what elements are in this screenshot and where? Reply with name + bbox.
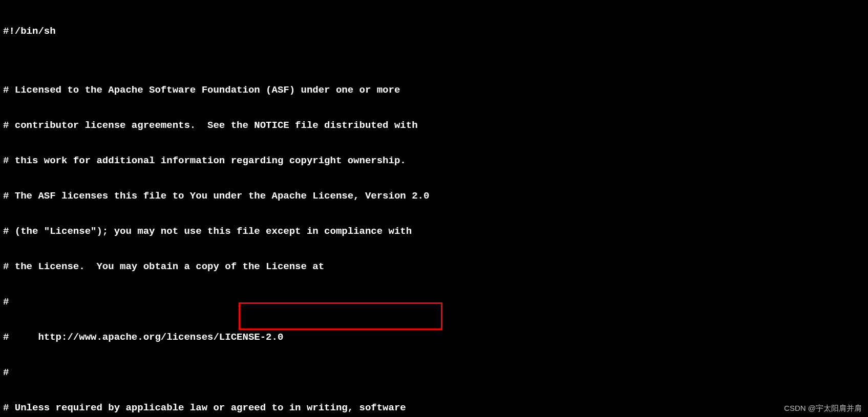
watermark-text: CSDN @宇太阳肩并肩 [784, 402, 862, 414]
code-line: # [3, 367, 865, 379]
code-line: # Unless required by applicable law or a… [3, 402, 865, 414]
code-line: # contributor license agreements. See th… [3, 120, 865, 131]
code-line: # http://www.apache.org/licenses/LICENSE… [3, 332, 865, 343]
code-line: # The ASF licenses this file to You unde… [3, 190, 865, 202]
code-line: # (the "License"); you may not use this … [3, 226, 865, 237]
code-line: # Licensed to the Apache Software Founda… [3, 84, 865, 96]
code-line: # [3, 296, 865, 308]
code-line: #!/bin/sh [3, 26, 865, 37]
code-line: # the License. You may obtain a copy of … [3, 261, 865, 273]
terminal-editor[interactable]: #!/bin/sh # Licensed to the Apache Softw… [0, 0, 868, 417]
code-line: # this work for additional information r… [3, 155, 865, 167]
